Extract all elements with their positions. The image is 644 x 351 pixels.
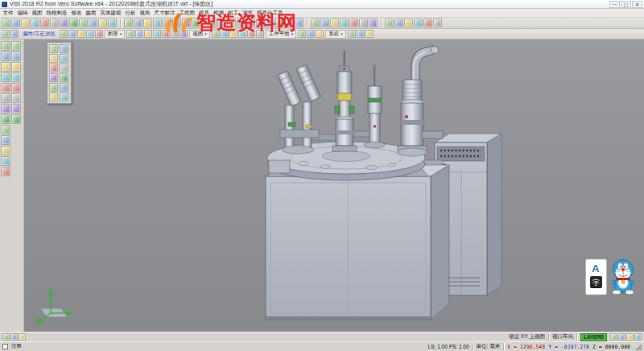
toolbar-icon[interactable] [423, 19, 432, 27]
toolbar-icon[interactable] [311, 19, 320, 27]
tool-icon[interactable] [1, 114, 10, 124]
viewport[interactable]: A 字 [24, 39, 644, 332]
tool-icon[interactable] [1, 146, 10, 155]
toolbar-icon[interactable] [134, 19, 142, 27]
status-icon[interactable] [2, 333, 10, 341]
toolbar-icon[interactable] [135, 30, 143, 38]
toolbar-icon[interactable] [365, 30, 374, 38]
close-button[interactable]: ✕ [632, 1, 642, 8]
toolbar-icon[interactable] [10, 30, 19, 38]
tool-icon[interactable] [1, 83, 10, 93]
toolbar-icon[interactable] [144, 30, 152, 38]
toolbar-icon[interactable] [108, 19, 117, 27]
browser-tab[interactable]: 属性/工艺浏览 [20, 31, 58, 38]
tool-icon[interactable] [11, 52, 21, 61]
toolbar-icon[interactable] [60, 30, 68, 38]
status-icon[interactable] [634, 333, 642, 341]
tool-icon[interactable] [49, 54, 58, 63]
tool-icon[interactable] [1, 62, 10, 72]
toolbar-icon[interactable] [95, 30, 103, 38]
layer-badge[interactable]: LAYER0 [580, 333, 607, 341]
status-icon[interactable] [10, 333, 18, 341]
tool-icon[interactable] [49, 44, 58, 53]
tool-icon[interactable] [1, 93, 10, 103]
tool-icon[interactable] [11, 104, 21, 114]
tool-icon[interactable] [60, 64, 68, 72]
minimize-button[interactable]: — [609, 1, 620, 8]
maximize-button[interactable]: ▢ [621, 1, 631, 8]
tool-icon[interactable] [49, 64, 58, 72]
tool-icon[interactable] [49, 73, 58, 82]
toolbar-icon[interactable] [86, 30, 94, 38]
3d-model-machine[interactable] [24, 39, 644, 332]
toolbar-icon[interactable] [340, 19, 349, 27]
toolbar-icon[interactable] [68, 30, 76, 38]
group-dropdown-graphics[interactable]: 图形 ▾ [105, 30, 126, 39]
tool-icon[interactable] [1, 125, 10, 134]
annotation-checkbox[interactable] [2, 344, 8, 349]
toolbar-icon[interactable] [40, 19, 49, 27]
toolbar-icon[interactable] [50, 19, 59, 27]
tool-icon[interactable] [60, 83, 68, 92]
toolbar-icon[interactable] [89, 19, 97, 27]
toolbar-icon[interactable] [2, 19, 10, 27]
status-icon[interactable] [610, 333, 617, 341]
lock-view-label[interactable]: 锁定 XY 上视图 [509, 333, 545, 341]
status-icon[interactable] [618, 333, 625, 341]
toolbar-icon[interactable] [2, 30, 10, 38]
toolbar-icon[interactable] [348, 30, 356, 38]
toolbar-icon[interactable] [69, 19, 78, 27]
resize-grip[interactable] [635, 344, 642, 350]
status-icon[interactable] [19, 333, 26, 341]
tool-icon[interactable] [60, 93, 68, 101]
menu-item[interactable]: 视图 [30, 10, 44, 17]
toolbar-icon[interactable] [307, 30, 315, 38]
toolbar-icon[interactable] [98, 19, 107, 27]
toolbar-icon[interactable] [357, 30, 365, 38]
toolbar-icon[interactable] [153, 30, 161, 38]
toolbar-icon[interactable] [126, 30, 134, 38]
toolbar-icon[interactable] [330, 19, 339, 27]
tool-icon[interactable] [11, 41, 21, 51]
tool-icon[interactable] [1, 41, 10, 51]
toolbar-icon[interactable] [124, 19, 133, 27]
toolbar-icon[interactable] [60, 19, 68, 27]
toolbar-icon[interactable] [385, 19, 394, 27]
tool-icon[interactable] [1, 52, 10, 61]
tool-icon[interactable] [11, 114, 21, 124]
toolbar-icon[interactable] [79, 19, 88, 27]
tool-icon[interactable] [1, 156, 10, 166]
toolbar-icon[interactable] [11, 19, 20, 27]
toolbar-icon[interactable] [369, 19, 378, 27]
toolbar-icon[interactable] [21, 19, 30, 27]
toolbar-icon[interactable] [77, 30, 85, 38]
toolbar-icon[interactable] [143, 19, 152, 27]
tool-icon[interactable] [60, 44, 68, 53]
tool-icon[interactable] [49, 93, 58, 101]
tool-icon[interactable] [1, 135, 10, 145]
toolbar-icon[interactable] [298, 30, 306, 38]
menu-item[interactable]: 分析 [123, 10, 138, 17]
toolbar-icon[interactable] [414, 19, 423, 27]
toolbar-icon[interactable] [359, 19, 368, 27]
toolbar-icon[interactable] [316, 30, 324, 38]
toolbar-icon[interactable] [320, 19, 329, 27]
tool-icon[interactable] [1, 167, 10, 176]
toolbar-icon[interactable] [31, 19, 39, 27]
menu-item[interactable]: 文件 [1, 10, 15, 17]
menu-item[interactable]: 线框构造 [44, 10, 69, 17]
menu-item[interactable]: 实体建模 [98, 10, 123, 17]
tool-icon[interactable] [1, 104, 10, 114]
toolbar-icon[interactable] [404, 19, 413, 27]
viewport-layout-label[interactable]: 视口布局 [552, 333, 573, 341]
tool-icon[interactable] [49, 83, 58, 92]
group-dropdown-system[interactable]: 系统 ▾ [325, 30, 346, 39]
menu-item[interactable]: 修改 [69, 10, 84, 17]
tool-icon[interactable] [60, 73, 68, 82]
menu-item[interactable]: 视角 [138, 10, 152, 17]
tool-icon[interactable] [1, 72, 10, 82]
menu-item[interactable]: 编辑 [15, 10, 30, 17]
menu-item[interactable]: 曲面 [84, 10, 98, 17]
tool-icon[interactable] [11, 93, 21, 103]
toolbar-icon[interactable] [433, 19, 442, 27]
